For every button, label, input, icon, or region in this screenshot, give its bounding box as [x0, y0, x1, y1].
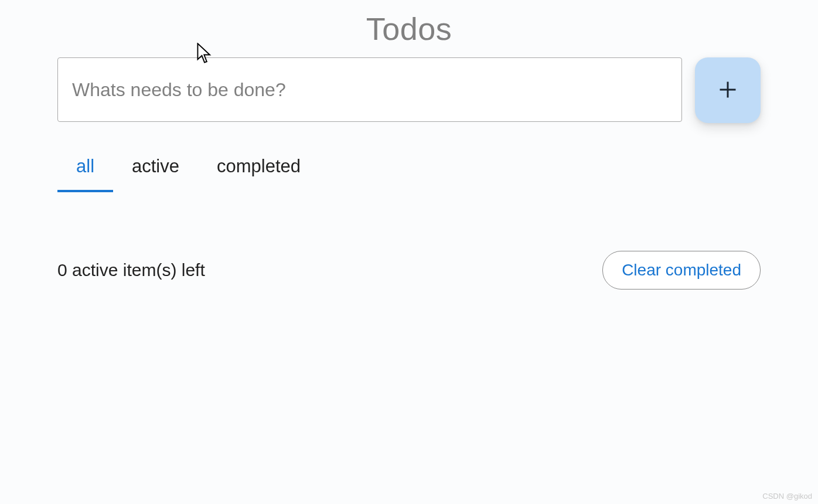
page-title: Todos: [57, 0, 761, 57]
status-text: 0 active item(s) left: [57, 260, 205, 280]
watermark: CSDN @gikod: [762, 492, 812, 500]
tab-completed[interactable]: completed: [198, 144, 319, 192]
tab-active[interactable]: active: [113, 144, 198, 192]
plus-icon: [717, 79, 738, 102]
footer-row: 0 active item(s) left Clear completed: [57, 251, 761, 290]
filter-tabs: all active completed: [57, 144, 761, 192]
add-button[interactable]: [695, 57, 761, 123]
tab-all[interactable]: all: [57, 144, 113, 192]
todo-input[interactable]: [57, 57, 682, 122]
input-row: [57, 57, 761, 123]
clear-completed-button[interactable]: Clear completed: [602, 251, 761, 290]
